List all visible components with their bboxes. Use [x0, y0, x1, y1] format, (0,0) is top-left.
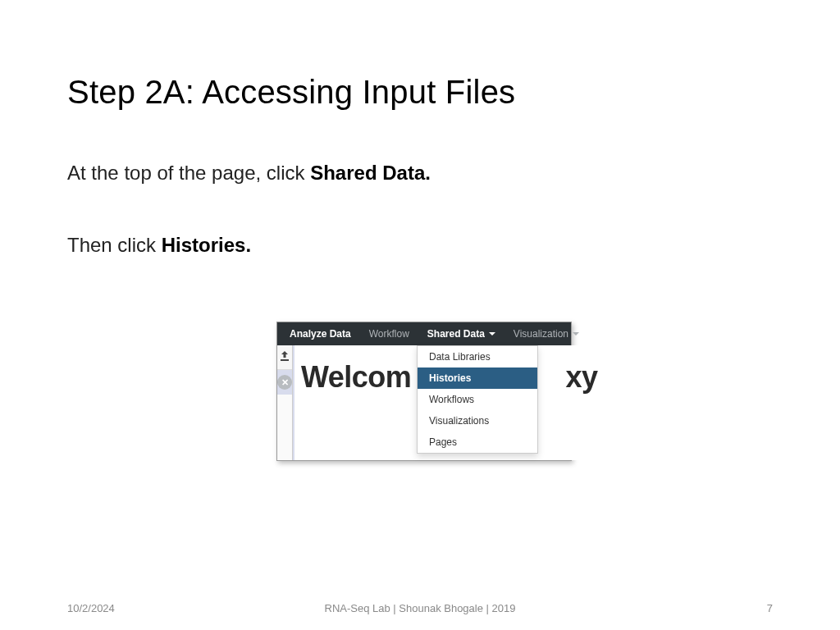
dropdown-item-visualizations[interactable]: Visualizations: [418, 410, 537, 431]
slide: Step 2A: Accessing Input Files At the to…: [0, 0, 840, 630]
nav-visualization-label: Visualization: [514, 328, 568, 340]
instruction-1-bold: Shared Data.: [310, 162, 431, 184]
upload-button[interactable]: [277, 345, 292, 370]
nav-analyze-data[interactable]: Analyze Data: [281, 322, 360, 345]
caret-down-icon: [573, 332, 579, 336]
app-window: Analyze Data Workflow Shared Data Visual…: [276, 322, 572, 461]
instruction-1-prefix: At the top of the page, click: [67, 162, 310, 184]
instruction-line-2: Then click Histories.: [67, 234, 773, 257]
instruction-2-prefix: Then click: [67, 234, 162, 256]
tool-sidebar: ✕: [277, 345, 293, 460]
caret-down-icon: [489, 332, 495, 336]
slide-title: Step 2A: Accessing Input Files: [67, 74, 773, 111]
dropdown-item-histories[interactable]: Histories: [418, 368, 537, 389]
embedded-screenshot: Analyze Data Workflow Shared Data Visual…: [276, 322, 572, 461]
footer-center: RNA-Seq Lab | Shounak Bhogale | 2019: [0, 602, 840, 614]
nav-visualization[interactable]: Visualization: [504, 322, 588, 345]
close-panel-button[interactable]: ✕: [277, 370, 292, 395]
close-icon: ✕: [277, 375, 292, 390]
nav-shared-data[interactable]: Shared Data: [418, 322, 504, 345]
welcome-right: xy: [565, 360, 597, 394]
dropdown-item-workflows[interactable]: Workflows: [418, 389, 537, 410]
instruction-2-bold: Histories.: [162, 234, 251, 256]
upload-icon: [279, 350, 290, 364]
svg-rect-0: [281, 359, 289, 361]
top-nav: Analyze Data Workflow Shared Data Visual…: [277, 322, 571, 345]
nav-shared-data-label: Shared Data: [427, 328, 485, 340]
instruction-line-1: At the top of the page, click Shared Dat…: [67, 162, 773, 185]
dropdown-item-data-libraries[interactable]: Data Libraries: [418, 346, 537, 368]
footer-page-number: 7: [767, 602, 773, 614]
nav-workflow[interactable]: Workflow: [360, 322, 418, 345]
welcome-left: Welcom: [301, 360, 411, 394]
dropdown-item-pages[interactable]: Pages: [418, 431, 537, 453]
shared-data-dropdown: Data Libraries Histories Workflows Visua…: [417, 345, 538, 454]
